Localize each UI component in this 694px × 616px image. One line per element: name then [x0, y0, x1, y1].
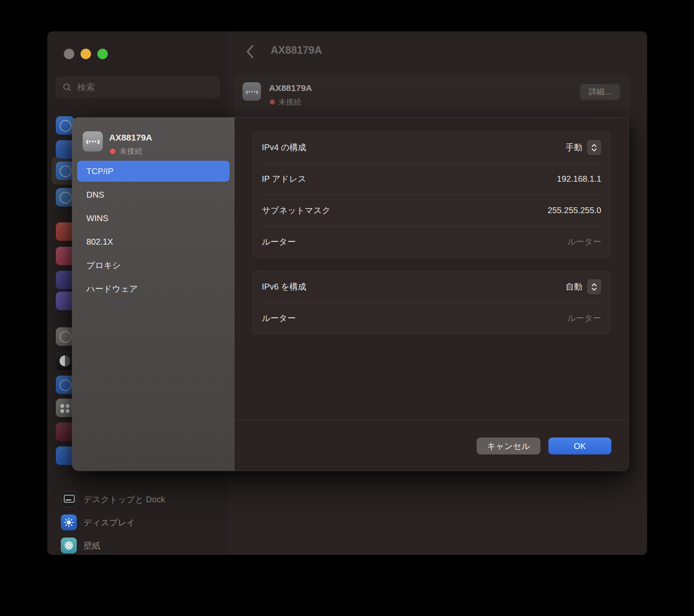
- display-icon: [61, 514, 77, 530]
- row-label: ルーター: [262, 313, 296, 324]
- subnet-mask-field[interactable]: 255.255.255.0: [548, 206, 601, 215]
- sidebar-item-desktop-dock[interactable]: デスクトップと Dock: [55, 489, 221, 510]
- sidebar-item-label: ディスプレイ: [83, 517, 135, 528]
- up-down-chevrons-icon: [591, 283, 597, 291]
- ipv4-configure-value[interactable]: 手動: [566, 142, 582, 153]
- minimize-window-button[interactable]: [81, 49, 91, 59]
- device-status: 未接続: [270, 97, 301, 107]
- row-label: IPv6 を構成: [262, 281, 306, 292]
- details-button[interactable]: 詳細...: [580, 84, 620, 100]
- device-name: AX88179A: [269, 83, 312, 93]
- sidebar-item-label: デスクトップと Dock: [83, 494, 165, 505]
- ipv4-configure-popup-button[interactable]: [587, 140, 601, 155]
- wallpaper-icon: [61, 538, 77, 553]
- sidebar-item-control-center-icon[interactable]: [56, 399, 74, 417]
- sidebar-item-screen-time-icon[interactable]: [56, 292, 74, 310]
- tab-tcpip[interactable]: TCP/IP: [77, 161, 230, 182]
- sidebar-item-displays[interactable]: ディスプレイ: [55, 512, 221, 533]
- sidebar-item-accessibility-icon[interactable]: [56, 376, 74, 394]
- sheet-device-name: AX88179A: [109, 133, 152, 143]
- ok-button[interactable]: OK: [548, 438, 611, 454]
- desktop: デスクトップと Dock ディスプレイ: [0, 0, 694, 616]
- back-button[interactable]: [243, 43, 258, 60]
- sidebar-search-field[interactable]: [56, 77, 219, 98]
- tab-8021x[interactable]: 802.1X: [77, 231, 230, 252]
- cancel-button[interactable]: キャンセル: [477, 438, 540, 454]
- status-text: 未接続: [120, 146, 142, 156]
- status-dot-icon: [270, 99, 275, 104]
- search-input[interactable]: [76, 82, 213, 93]
- desktop-dock-icon: [61, 491, 77, 507]
- tab-proxy[interactable]: プロキシ: [77, 255, 230, 276]
- traffic-lights: [64, 49, 108, 59]
- page-title: AX88179A: [271, 44, 322, 56]
- ipv6-configure-popup-button[interactable]: [587, 279, 601, 295]
- ipv4-settings-group: IPv4 の構成 手動 IP アドレス 192.168.1.1 サブネットマスク: [253, 131, 611, 258]
- sheet-tab-list: TCP/IP DNS WINS 802.1X プロキシ ハードウェア: [77, 161, 230, 302]
- ip-address-row: IP アドレス 192.168.1.1: [253, 163, 610, 195]
- ipv6-router-field[interactable]: ルーター: [567, 313, 601, 324]
- sidebar-item-focus-icon[interactable]: [56, 271, 74, 289]
- sheet-content: IPv4 の構成 手動 IP アドレス 192.168.1.1 サブネットマスク: [235, 117, 629, 471]
- close-window-button[interactable]: [64, 49, 74, 59]
- row-label: IP アドレス: [262, 173, 306, 185]
- chevron-left-icon: [246, 44, 254, 59]
- status-text: 未接続: [279, 97, 301, 107]
- sidebar-item-label: 壁紙: [83, 540, 100, 551]
- tab-wins[interactable]: WINS: [77, 208, 230, 229]
- ethernet-adapter-icon: ‹···›: [83, 131, 103, 151]
- row-label: IPv4 の構成: [262, 142, 306, 153]
- row-label: ルーター: [262, 236, 296, 248]
- search-icon: [63, 83, 72, 92]
- ip-address-field[interactable]: 192.168.1.1: [557, 174, 601, 184]
- sidebar-item-notifications-icon[interactable]: [56, 222, 74, 241]
- ipv6-settings-group: IPv6 を構成 自動 ルーター ルーター: [253, 271, 611, 334]
- footer-divider: [235, 420, 629, 420]
- sidebar-item-privacy-icon[interactable]: [56, 446, 74, 465]
- up-down-chevrons-icon: [591, 144, 597, 152]
- sidebar-item-appearance-icon[interactable]: [56, 352, 74, 370]
- ipv6-router-row: ルーター ルーター: [253, 303, 610, 334]
- sidebar-item-general-icon[interactable]: [56, 327, 74, 346]
- sidebar-item-sound-icon[interactable]: [56, 247, 74, 265]
- status-dot-icon: [110, 149, 115, 154]
- row-label: サブネットマスク: [262, 205, 331, 216]
- subnet-mask-row: サブネットマスク 255.255.255.0: [253, 195, 610, 226]
- sheet-device-status: 未接続: [110, 146, 142, 156]
- sheet-sidebar: ‹···› AX88179A 未接続 TCP/IP DNS WINS 802.1…: [72, 117, 235, 471]
- tab-hardware[interactable]: ハードウェア: [77, 278, 230, 299]
- tab-dns[interactable]: DNS: [77, 184, 230, 205]
- ipv6-configure-value[interactable]: 自動: [566, 281, 582, 292]
- sidebar-item-vpn-icon[interactable]: [56, 188, 74, 206]
- ipv4-configure-row: IPv4 の構成 手動: [253, 132, 610, 163]
- sidebar-item-network-icon[interactable]: [56, 162, 74, 180]
- sidebar-item-wifi-icon[interactable]: [56, 116, 74, 135]
- sidebar-item-bluetooth-icon[interactable]: [56, 140, 74, 159]
- sidebar-item-siri-icon[interactable]: [56, 423, 74, 441]
- sidebar-item-wallpaper[interactable]: 壁紙: [55, 535, 221, 555]
- ipv6-configure-row: IPv6 を構成 自動: [253, 271, 610, 303]
- ethernet-adapter-icon: ‹···›: [243, 82, 261, 101]
- ipv4-router-row: ルーター ルーター: [253, 226, 610, 258]
- tcpip-settings-sheet: ‹···› AX88179A 未接続 TCP/IP DNS WINS 802.1…: [72, 117, 629, 471]
- ipv4-router-field[interactable]: ルーター: [567, 236, 601, 248]
- zoom-window-button[interactable]: [97, 49, 108, 59]
